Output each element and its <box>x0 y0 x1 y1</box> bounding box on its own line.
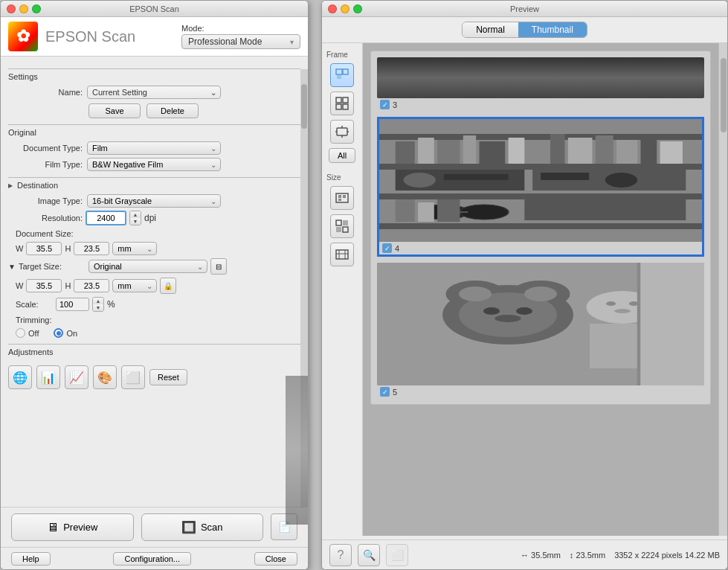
tab-thumbnail[interactable]: Thumbnail <box>518 22 587 37</box>
svg-rect-6 <box>343 104 348 109</box>
preview-content[interactable]: 3 <box>363 43 718 536</box>
svg-rect-3 <box>336 97 341 103</box>
frame-5-checkbox[interactable] <box>380 387 390 397</box>
scale-spinner-down[interactable]: ▼ <box>93 304 103 311</box>
configuration-button[interactable]: Configuration... <box>113 552 191 566</box>
scale-input[interactable] <box>56 298 89 311</box>
auto-locate-tool[interactable] <box>330 120 354 144</box>
doc-type-select-wrapper[interactable]: Film <box>87 141 221 155</box>
trimming-on-radio[interactable] <box>54 328 63 338</box>
target-expand-icon[interactable]: ▼ <box>8 263 16 271</box>
name-input[interactable]: Current Setting <box>87 86 221 99</box>
frame-grid-tool[interactable] <box>330 92 354 115</box>
docsize-unit-wrapper[interactable]: mm <box>112 242 157 255</box>
target-size-select[interactable]: Original <box>88 260 207 273</box>
preview-scrollbar-thumb[interactable] <box>721 58 727 132</box>
mode-select[interactable]: Professional Mode ▾ <box>181 34 300 49</box>
image-type-select-wrapper[interactable]: 16-bit Grayscale <box>87 194 221 208</box>
film-type-select-wrapper[interactable]: B&W Negative Film <box>87 158 221 171</box>
target-h-input[interactable] <box>74 279 109 292</box>
trimming-on-group: On <box>54 328 77 338</box>
all-button[interactable]: All <box>329 148 355 163</box>
maximize-traffic-light[interactable] <box>32 4 41 13</box>
frame-5-image[interactable] <box>377 263 704 385</box>
scan-button[interactable]: 🔲 Scan <box>141 513 264 541</box>
resolution-input[interactable] <box>86 211 126 225</box>
docsize-unit-select[interactable]: mm <box>112 242 157 255</box>
svg-rect-4 <box>343 97 348 103</box>
target-lock-btn[interactable]: 🔒 <box>160 278 176 294</box>
target-size-aspect-btn[interactable]: ⊟ <box>210 258 227 275</box>
frame-5-svg <box>377 263 704 385</box>
image-type-select[interactable]: 16-bit Grayscale <box>87 194 221 208</box>
dim-width: ↔ 35.5mm <box>521 551 561 560</box>
target-size-select-wrapper[interactable]: Original <box>88 260 207 273</box>
frame-4-container[interactable]: 4 <box>377 117 704 257</box>
preview-button[interactable]: 🖥 Preview <box>11 513 134 541</box>
frame-grid-icon <box>335 97 349 110</box>
epson-bg-photo <box>286 376 308 525</box>
trimming-on-label: On <box>66 329 77 338</box>
close-traffic-light[interactable] <box>7 4 16 13</box>
scale-spinner-up[interactable]: ▲ <box>93 298 103 304</box>
curves-icon[interactable]: 📈 <box>65 365 88 389</box>
trimming-off-radio[interactable] <box>16 328 25 338</box>
frame-4-image[interactable] <box>379 119 702 242</box>
name-label: Name: <box>8 88 83 97</box>
settings-label: Settings <box>8 72 38 81</box>
target-unit-wrapper[interactable]: mm <box>112 279 157 292</box>
reset-button[interactable]: Reset <box>149 369 187 385</box>
adjustments-label: Adjustments <box>8 348 54 356</box>
color-circle-icon[interactable]: ⬜ <box>121 365 145 389</box>
size-fit-tool[interactable] <box>330 186 354 210</box>
epson-scrollbar-thumb[interactable] <box>301 84 307 129</box>
svg-rect-51 <box>396 199 415 222</box>
zoom-icon: 🔍 <box>363 549 376 561</box>
docsize-w-input[interactable] <box>26 242 62 255</box>
save-button[interactable]: Save <box>88 103 141 118</box>
docsize-h-input[interactable] <box>74 242 109 255</box>
frame-3-image[interactable] <box>377 57 704 98</box>
resolution-spinner-down[interactable]: ▼ <box>130 218 141 225</box>
svg-point-68 <box>606 301 616 306</box>
preview-button-label: Preview <box>63 522 97 533</box>
color-balance-icon[interactable]: 🎨 <box>93 365 117 389</box>
destination-expand-icon[interactable]: ▶ <box>8 182 13 189</box>
preview-tools-panel: Frame <box>322 43 363 536</box>
svg-rect-34 <box>509 138 525 164</box>
help-button[interactable]: Help <box>11 552 51 566</box>
preview-minimize-traffic-light[interactable] <box>341 4 349 13</box>
close-button[interactable]: Close <box>254 552 297 566</box>
very-bottom-buttons: Help Configuration... Close <box>1 547 308 569</box>
zoom-icon-btn[interactable]: 🔍 <box>358 544 380 566</box>
tab-normal[interactable]: Normal <box>463 22 518 37</box>
film-type-select[interactable]: B&W Negative Film <box>87 158 221 171</box>
svg-rect-43 <box>404 173 436 188</box>
size-grid-tool[interactable] <box>330 214 354 238</box>
resolution-label: Resolution: <box>8 214 83 222</box>
svg-rect-13 <box>338 195 341 198</box>
epson-window-title: EPSON Scan <box>129 4 179 13</box>
frame-3-photo <box>377 57 704 98</box>
size-thumbnail-tool[interactable] <box>330 243 354 266</box>
original-section-header: Original <box>8 124 300 137</box>
doc-type-select[interactable]: Film <box>87 141 221 155</box>
histogram-icon[interactable]: 📊 <box>36 365 60 389</box>
frame-4-checkbox[interactable] <box>382 243 392 253</box>
resolution-spinner-up[interactable]: ▲ <box>130 211 141 218</box>
frame-3-checkbox[interactable] <box>380 100 390 109</box>
target-w-input[interactable] <box>26 279 62 292</box>
preview-close-traffic-light[interactable] <box>328 4 337 13</box>
frame-5-checkbox-row: 5 <box>377 385 704 398</box>
trimming-off-label: Off <box>28 329 39 338</box>
target-w-label: W <box>16 281 23 290</box>
color-wheel-icon[interactable]: 🌐 <box>8 365 32 389</box>
frame-select-tool[interactable] <box>330 63 354 87</box>
minimize-traffic-light[interactable] <box>19 4 28 13</box>
target-unit-select[interactable]: mm <box>112 279 157 292</box>
image-type-row: Image Type: 16-bit Grayscale <box>8 194 300 208</box>
docsize-h-label: H <box>65 244 71 253</box>
delete-button[interactable]: Delete <box>146 103 199 118</box>
help-icon-btn[interactable]: ? <box>329 544 352 566</box>
preview-maximize-traffic-light[interactable] <box>353 4 362 13</box>
